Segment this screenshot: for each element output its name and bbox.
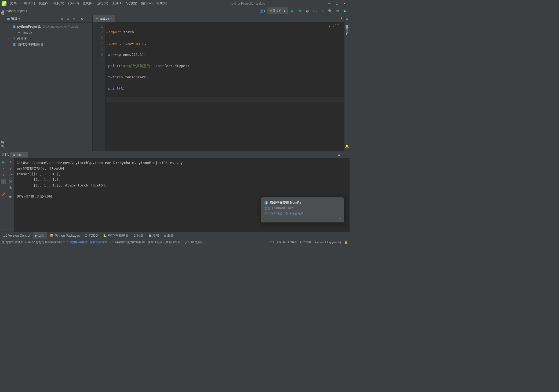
menu-code[interactable]: 代码(C) bbox=[66, 0, 81, 6]
console-icon: 🐍 bbox=[103, 234, 107, 237]
chevron-up-icon[interactable]: ˄ bbox=[335, 24, 336, 28]
stop-icon[interactable]: ■ bbox=[320, 8, 325, 14]
status-indent[interactable]: 4 个空格 bbox=[300, 240, 311, 244]
problems-badge[interactable]: ▲ 3 ˄ ˅ bbox=[328, 24, 339, 28]
bb-problems[interactable]: ⊘ 问题 bbox=[131, 232, 146, 239]
project-tree[interactable]: ⌄ ▣ pythonProject1 D:\pycharm\pythonProj… bbox=[5, 23, 92, 151]
status-caret-pos[interactable]: 7:1 bbox=[270, 241, 274, 244]
tree-root[interactable]: ⌄ ▣ pythonProject1 D:\pycharm\pythonProj… bbox=[5, 24, 92, 30]
tree-file-testpy[interactable]: ≋ test.py bbox=[5, 30, 92, 35]
tool-database-tab[interactable]: 数据库 bbox=[344, 21, 350, 24]
gear-icon[interactable]: ⚙ bbox=[79, 16, 85, 21]
user-icon[interactable]: 👤▾ bbox=[259, 8, 265, 14]
notifications-icon[interactable]: 🔔 bbox=[344, 144, 350, 149]
run-tab-test[interactable]: ≋ test ✕ bbox=[10, 152, 27, 157]
status-link-scientific[interactable]: 使用科学模式 bbox=[70, 240, 88, 244]
print-icon[interactable]: 🖶 bbox=[8, 185, 13, 190]
settings-icon[interactable]: ⚙ bbox=[335, 8, 340, 14]
tool-project-tab[interactable]: 项目 bbox=[0, 16, 5, 18]
bb-services[interactable]: ◈ 服务 bbox=[162, 232, 176, 239]
rerun-icon[interactable]: ▶ bbox=[1, 159, 6, 165]
chevron-down-icon[interactable]: ⌄ bbox=[339, 216, 341, 220]
close-icon[interactable]: ✕ bbox=[23, 153, 25, 156]
chevron-down-icon[interactable]: ˅ bbox=[337, 24, 339, 28]
tree-file-label: test.py bbox=[23, 31, 32, 34]
hide-icon[interactable]: ─ bbox=[85, 16, 91, 21]
database-tool-icon[interactable]: ≡ bbox=[344, 16, 350, 21]
code-editor[interactable]: 1 2 3 4 5 6 7 ⌄import torch ⌄import nump… bbox=[93, 23, 344, 151]
debug-button-icon[interactable]: 🪲 bbox=[297, 8, 303, 14]
up-icon[interactable]: ↑ bbox=[8, 159, 13, 165]
down-icon[interactable]: ↓ bbox=[8, 166, 13, 171]
expand-icon[interactable]: ≡ bbox=[66, 16, 71, 21]
menu-vcs[interactable]: VCS(S) bbox=[124, 1, 139, 6]
menu-window[interactable]: 窗口(W) bbox=[139, 0, 154, 6]
menu-edit[interactable]: 编辑(E) bbox=[22, 0, 37, 6]
layout-icon[interactable]: ⫟ bbox=[1, 179, 6, 184]
trash-icon[interactable]: 🗑 bbox=[8, 194, 13, 200]
more-icon[interactable]: ⋮ bbox=[340, 17, 343, 20]
tree-scratches[interactable]: ◧ 临时文件和控制台 bbox=[5, 41, 92, 47]
bb-version-control[interactable]: ⎇ Version Control bbox=[1, 233, 32, 238]
menu-run[interactable]: 运行(U) bbox=[95, 0, 110, 6]
window-close-icon[interactable]: ✕ bbox=[343, 2, 346, 5]
popup-link-more[interactable]: … bbox=[264, 216, 267, 219]
run-header: 运行: ≋ test ✕ ⚙ ─ bbox=[0, 151, 350, 158]
run-tools-col1: ▶ ■ ≡ ⫟ ⫞ 📌 bbox=[0, 158, 7, 232]
menu-tools[interactable]: 工具(T) bbox=[110, 0, 124, 6]
search-everywhere-icon[interactable]: 🔍 bbox=[327, 8, 333, 14]
tool-structure-tab[interactable]: 结构 bbox=[0, 145, 5, 147]
menu-help[interactable]: 帮助(H) bbox=[154, 0, 169, 6]
status-interpreter[interactable]: Python 3.9 (pytorch) bbox=[314, 241, 341, 244]
tool-notifications-tab[interactable]: 通知 bbox=[344, 149, 350, 151]
chevron-down-icon[interactable]: ⌄ bbox=[8, 25, 11, 28]
status-line-sep[interactable]: CRLF bbox=[277, 241, 285, 244]
tool-bookmarks-tab[interactable]: 书签 bbox=[0, 149, 5, 151]
pin-icon[interactable]: 📌 bbox=[1, 192, 6, 197]
status-hint-icon[interactable]: ▥ bbox=[2, 240, 4, 244]
bb-python-console[interactable]: 🐍 Python 控制台 bbox=[101, 232, 131, 239]
run-tools-col2: ↑ ↓ ↩ ⇲ 🖶 🗑 bbox=[7, 158, 14, 232]
run-config-selector[interactable]: 当前文件 ▾ bbox=[267, 8, 288, 14]
status-encoding[interactable]: UTF-8 bbox=[288, 241, 297, 244]
folder-icon: ▣ bbox=[2, 9, 5, 13]
editor-tab-testpy[interactable]: ≋ test.py ✕ bbox=[93, 15, 115, 22]
bb-run[interactable]: ▶ 运行 bbox=[33, 232, 47, 239]
window-maximize-icon[interactable]: ☐ bbox=[335, 2, 339, 5]
code-with-me-icon[interactable]: ▶ bbox=[342, 8, 348, 14]
window-minimize-icon[interactable]: ─ bbox=[328, 2, 331, 5]
lock-icon[interactable]: 🔒 bbox=[344, 240, 348, 244]
editor-area: ≋ test.py ✕ ⋮ 1 2 3 4 5 6 7 ⌄import torc… bbox=[93, 15, 344, 151]
menu-navigate[interactable]: 导航(N) bbox=[51, 0, 66, 6]
code-content[interactable]: ⌄import torch ⌄import numpy as np arr=np… bbox=[105, 23, 344, 151]
chevron-right-icon[interactable]: › bbox=[8, 36, 11, 40]
bb-python-packages[interactable]: 📦 Python Packages bbox=[48, 233, 82, 238]
popup-link-keep[interactable]: 保持当前布局 bbox=[285, 212, 303, 216]
collapse-icon[interactable]: ≣ bbox=[71, 16, 77, 21]
coverage-icon[interactable]: ◐ bbox=[304, 8, 310, 14]
bb-terminal[interactable]: ▣ 终端 bbox=[146, 232, 161, 239]
bb-todo[interactable]: ☑ TODO bbox=[82, 233, 100, 238]
tool-sciview-tab[interactable]: SciView bbox=[345, 24, 349, 36]
menu-file[interactable]: 文件(F) bbox=[8, 0, 22, 6]
scroll-icon[interactable]: ⇲ bbox=[8, 179, 13, 184]
gear-icon[interactable]: ⚙ bbox=[336, 152, 342, 157]
stop-icon[interactable]: ■ bbox=[1, 166, 6, 171]
run-button-icon[interactable]: ▶ bbox=[289, 8, 295, 14]
profile-icon[interactable]: ⏱▾ bbox=[312, 8, 318, 14]
terminal-icon: ▣ bbox=[148, 234, 151, 237]
hide-icon[interactable]: ─ bbox=[343, 152, 348, 157]
close-icon[interactable]: ✕ bbox=[111, 17, 113, 20]
menu-view[interactable]: 视图(V) bbox=[37, 0, 51, 6]
locate-icon[interactable]: ⊕ bbox=[60, 16, 65, 21]
stepover-icon[interactable]: ≡ bbox=[1, 172, 6, 178]
menu-refactor[interactable]: 重构(R) bbox=[81, 0, 96, 6]
chevron-down-icon[interactable]: ▾ bbox=[19, 17, 20, 21]
status-link-keep[interactable]: 保持当前布局 bbox=[90, 240, 108, 244]
layout2-icon[interactable]: ⫞ bbox=[1, 185, 6, 190]
tree-external-libs[interactable]: › ⫴ 外部库 bbox=[5, 35, 92, 41]
todo-icon: ☑ bbox=[85, 234, 88, 237]
wrap-icon[interactable]: ↩ bbox=[8, 172, 13, 178]
breadcrumb[interactable]: pythonProject1 bbox=[6, 9, 27, 13]
popup-link-scientific[interactable]: 使用科学模式 bbox=[264, 212, 282, 216]
